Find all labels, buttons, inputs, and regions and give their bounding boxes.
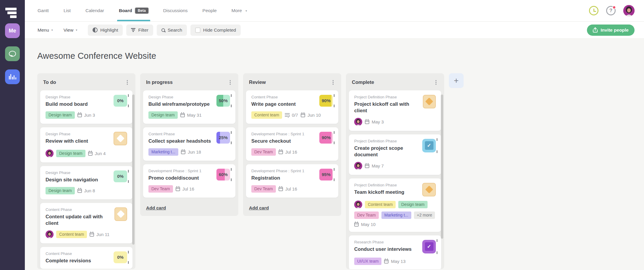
task-card[interactable]: Design Phase Build mood board 0% Design … bbox=[40, 90, 132, 124]
task-card[interactable]: Project Definition Phase Create project … bbox=[349, 134, 441, 175]
help-button[interactable]: ? bbox=[606, 6, 616, 15]
more-tags-badge[interactable]: +2 more bbox=[414, 212, 435, 219]
task-card[interactable]: Design Phase Build wireframe/prototype 5… bbox=[143, 90, 235, 124]
task-card[interactable]: Development Phase : Sprint 1 Promo code/… bbox=[143, 164, 235, 198]
team-tag[interactable]: Marketing t... bbox=[148, 148, 178, 156]
team-tag[interactable]: Content team bbox=[56, 231, 87, 238]
due-date: May 10 bbox=[354, 222, 376, 227]
team-tag[interactable]: Design team bbox=[398, 201, 428, 208]
add-card-link[interactable]: Add card bbox=[249, 205, 269, 211]
team-tag[interactable]: Dev Team bbox=[251, 148, 276, 156]
column-menu-button[interactable] bbox=[331, 79, 336, 86]
due-date: May 13 bbox=[384, 259, 405, 264]
check-badge-icon[interactable]: ✓ bbox=[422, 139, 436, 152]
tab-board[interactable]: Board Beta bbox=[119, 0, 148, 21]
tab-list[interactable]: List bbox=[64, 0, 71, 21]
task-card[interactable]: Development Phase : Sprint 1 Registratio… bbox=[246, 164, 338, 198]
user-avatar[interactable] bbox=[623, 5, 635, 16]
team-tag[interactable]: Design team bbox=[148, 111, 178, 119]
column-menu-button[interactable] bbox=[434, 79, 438, 86]
task-card[interactable]: Design Phase Design site navigation 0% D… bbox=[40, 166, 132, 199]
milestone-icon[interactable] bbox=[114, 207, 127, 221]
progress-badge[interactable]: 0% bbox=[114, 95, 127, 107]
team-tag[interactable]: Dev Team bbox=[251, 185, 276, 193]
check-badge-icon[interactable]: ✓ bbox=[422, 240, 436, 253]
card-phase: Content Phase bbox=[251, 95, 296, 99]
tab-people[interactable]: People bbox=[203, 0, 217, 21]
progress-badge[interactable]: 0% bbox=[114, 170, 127, 182]
card-title: Build mood board bbox=[46, 101, 88, 107]
column-title: To do bbox=[43, 79, 56, 85]
card-title: Design site navigation bbox=[46, 176, 98, 183]
card-phase: Design Phase bbox=[46, 95, 88, 99]
team-tag[interactable]: Design team bbox=[46, 111, 75, 119]
calendar-icon bbox=[384, 259, 389, 264]
task-card[interactable]: Research Phase Conduct user interviews ✓… bbox=[349, 235, 441, 269]
tab-discussions[interactable]: Discussions bbox=[163, 0, 188, 21]
task-card[interactable]: Content Phase Write page content 90% Con… bbox=[246, 90, 338, 124]
highlight-button[interactable]: Highlight bbox=[88, 25, 123, 36]
clock-icon[interactable] bbox=[589, 6, 598, 15]
due-date: Jun 4 bbox=[88, 151, 106, 156]
column-menu-button[interactable] bbox=[125, 79, 130, 86]
progress-badge[interactable]: 90% bbox=[319, 95, 333, 107]
team-tag[interactable]: Dev Team bbox=[148, 185, 173, 193]
me-button[interactable]: Me bbox=[5, 23, 20, 38]
column-menu-button[interactable] bbox=[228, 79, 233, 86]
column-scrollbar[interactable] bbox=[132, 95, 135, 245]
column-complete: Complete Project Definition Phase Projec… bbox=[346, 73, 444, 269]
assignee-avatar[interactable] bbox=[354, 162, 362, 170]
messages-icon bbox=[9, 51, 16, 57]
progress-badge[interactable]: 0% bbox=[114, 251, 127, 263]
assignee-avatar[interactable] bbox=[46, 149, 54, 157]
assignee-avatar[interactable] bbox=[354, 201, 362, 209]
team-tag[interactable]: Design team bbox=[46, 187, 75, 194]
add-card-link[interactable]: Add card bbox=[146, 205, 166, 211]
reports-button[interactable] bbox=[5, 69, 20, 84]
menu-dropdown[interactable]: Menu ▾ bbox=[38, 27, 53, 33]
team-tag[interactable]: UI/UX team bbox=[354, 258, 381, 265]
assignee-avatar[interactable] bbox=[354, 118, 362, 126]
tab-more[interactable]: More ▾ bbox=[232, 0, 247, 21]
card-title: Content update call with client bbox=[46, 213, 112, 226]
tab-gantt[interactable]: Gantt bbox=[38, 0, 49, 21]
tab-calendar[interactable]: Calendar bbox=[85, 0, 104, 21]
progress-badge[interactable]: 90% bbox=[319, 132, 333, 144]
chevron-down-icon: ▾ bbox=[245, 9, 247, 12]
team-tag[interactable]: Content team bbox=[251, 111, 282, 119]
progress-badge[interactable]: 50% bbox=[216, 95, 230, 107]
view-dropdown[interactable]: View ▾ bbox=[64, 27, 77, 33]
gantt-logo[interactable] bbox=[4, 4, 21, 19]
hide-completed-toggle[interactable]: Hide Completed bbox=[190, 25, 241, 36]
milestone-done-icon[interactable] bbox=[422, 183, 436, 196]
task-card[interactable]: Project Definition Phase Project kickoff… bbox=[349, 90, 441, 131]
card-phase: Development Phase : Sprint 1 bbox=[251, 132, 304, 136]
team-tag[interactable]: Dev Team bbox=[354, 212, 379, 219]
task-card[interactable]: Content Phase Content update call with c… bbox=[40, 203, 132, 243]
team-tag[interactable]: Design team bbox=[56, 150, 85, 157]
card-title: Complete revisions bbox=[46, 257, 91, 264]
task-card[interactable]: Project Definition Phase Team kickoff me… bbox=[349, 178, 441, 232]
milestone-done-icon[interactable] bbox=[423, 95, 436, 108]
filter-button[interactable]: Filter bbox=[126, 25, 153, 36]
milestone-icon[interactable] bbox=[114, 132, 127, 145]
messages-button[interactable] bbox=[5, 46, 20, 61]
team-tag[interactable]: Content team bbox=[365, 201, 396, 208]
column-scrollbar[interactable] bbox=[441, 95, 443, 239]
due-date: May 7 bbox=[365, 163, 384, 168]
add-column-button[interactable]: + bbox=[449, 73, 464, 88]
team-tag[interactable]: Marketing t... bbox=[381, 212, 411, 219]
progress-badge[interactable]: 60% bbox=[216, 169, 230, 180]
task-card[interactable]: Content Phase Collect speaker headshots … bbox=[143, 127, 235, 161]
search-button[interactable]: Search bbox=[157, 25, 187, 36]
task-card[interactable]: Design Phase Review with client Design t… bbox=[40, 127, 132, 162]
progress-badge[interactable]: 95% bbox=[319, 169, 333, 180]
task-card[interactable]: Development Phase : Sprint 1 Secure chec… bbox=[246, 127, 338, 161]
assignee-avatar[interactable] bbox=[46, 230, 54, 238]
board-toolbar: Menu ▾ View ▾ Highlight Filter Search Hi… bbox=[25, 22, 644, 39]
task-card[interactable]: Content Phase Complete revisions 0% bbox=[40, 247, 132, 269]
invite-people-button[interactable]: Invite people bbox=[587, 25, 635, 36]
search-icon bbox=[161, 28, 165, 32]
progress-badge[interactable]: 25% bbox=[216, 132, 230, 144]
card-phase: Development Phase : Sprint 1 bbox=[251, 169, 304, 173]
